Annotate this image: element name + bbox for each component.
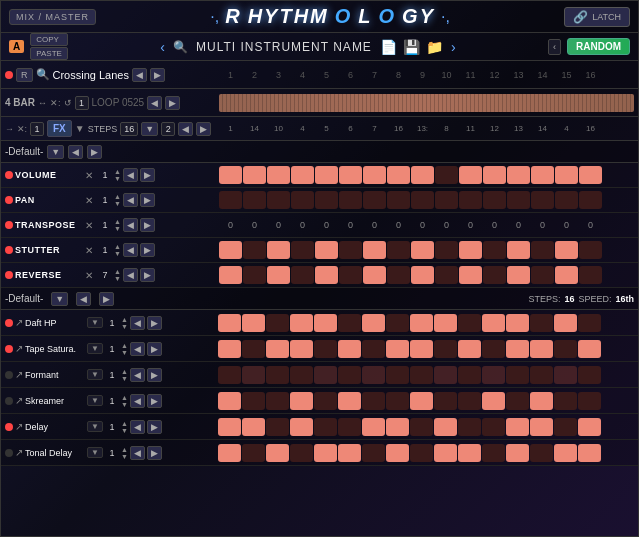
pc-11[interactable] — [459, 191, 482, 209]
toi-10[interactable] — [434, 444, 457, 462]
tn-14[interactable]: 0 — [531, 216, 554, 234]
save-icon[interactable]: 📄 — [380, 39, 397, 55]
paste-button[interactable]: PASTE — [30, 47, 68, 60]
ski-4[interactable] — [290, 392, 313, 410]
ti-13[interactable] — [506, 340, 529, 358]
sc-3[interactable] — [267, 241, 290, 259]
disk-icon[interactable]: 💾 — [403, 39, 420, 55]
delay-prev[interactable]: ◀ — [130, 420, 145, 434]
vc-12[interactable] — [483, 166, 506, 184]
vc-5[interactable] — [315, 166, 338, 184]
daft-down[interactable]: ▼ — [121, 323, 128, 330]
pan-x[interactable]: ✕ — [82, 195, 96, 206]
ski-9[interactable] — [410, 392, 433, 410]
copy-button[interactable]: COPY — [30, 33, 68, 46]
vc-14[interactable] — [531, 166, 554, 184]
vc-13[interactable] — [507, 166, 530, 184]
skreamer-down[interactable]: ▼ — [121, 401, 128, 408]
toi-8[interactable] — [386, 444, 409, 462]
toi-7[interactable] — [362, 444, 385, 462]
fi-11[interactable] — [458, 366, 481, 384]
sc-16[interactable] — [579, 241, 602, 259]
beat-next[interactable]: ▶ — [196, 122, 211, 136]
reverse-x[interactable]: ✕ — [82, 270, 96, 281]
tonal-prev[interactable]: ◀ — [130, 446, 145, 460]
ti-7[interactable] — [362, 340, 385, 358]
mix-master-label[interactable]: MIX / MASTER — [9, 9, 96, 25]
toi-4[interactable] — [290, 444, 313, 462]
stutter-prev[interactable]: ◀ — [123, 243, 138, 257]
rc-11[interactable] — [459, 266, 482, 284]
dli-4[interactable] — [290, 418, 313, 436]
pan-down[interactable]: ▼ — [114, 200, 121, 207]
steps-beat-val2[interactable]: ▼ — [141, 122, 158, 136]
toi-5[interactable] — [314, 444, 337, 462]
ski-14[interactable] — [530, 392, 553, 410]
volume-prev[interactable]: ◀ — [123, 168, 138, 182]
pc-16[interactable] — [579, 191, 602, 209]
daft-next[interactable]: ▶ — [147, 316, 162, 330]
rc-8[interactable] — [387, 266, 410, 284]
instrument-next-icon[interactable]: › — [451, 39, 456, 55]
s2-prev[interactable]: ◀ — [76, 292, 91, 306]
loop-prev[interactable]: ◀ — [147, 96, 162, 110]
di-14[interactable] — [530, 314, 553, 332]
ski-15[interactable] — [554, 392, 577, 410]
rc-5[interactable] — [315, 266, 338, 284]
fi-14[interactable] — [530, 366, 553, 384]
nav-left-button[interactable]: ‹ — [548, 39, 561, 55]
toi-9[interactable] — [410, 444, 433, 462]
tn-8[interactable]: 0 — [387, 216, 410, 234]
tn-4[interactable]: 0 — [291, 216, 314, 234]
pc-8[interactable] — [387, 191, 410, 209]
ski-8[interactable] — [386, 392, 409, 410]
vc-15[interactable] — [555, 166, 578, 184]
toi-14[interactable] — [530, 444, 553, 462]
loop-next[interactable]: ▶ — [165, 96, 180, 110]
beat-prev[interactable]: ◀ — [178, 122, 193, 136]
instrument-prev-icon[interactable]: ‹ — [160, 39, 165, 55]
dli-14[interactable] — [530, 418, 553, 436]
sc-2[interactable] — [243, 241, 266, 259]
s1-next2[interactable]: ▶ — [87, 145, 102, 159]
dli-15[interactable] — [554, 418, 577, 436]
fi-2[interactable] — [242, 366, 265, 384]
fx-button[interactable]: FX — [47, 120, 72, 137]
stutter-up[interactable]: ▲ — [114, 243, 121, 250]
pc-10[interactable] — [435, 191, 458, 209]
toi-2[interactable] — [242, 444, 265, 462]
vc-7[interactable] — [363, 166, 386, 184]
di-15[interactable] — [554, 314, 577, 332]
pc-13[interactable] — [507, 191, 530, 209]
dli-11[interactable] — [458, 418, 481, 436]
tn-10[interactable]: 0 — [435, 216, 458, 234]
tn-1[interactable]: 0 — [219, 216, 242, 234]
tonal-dropdown[interactable]: ▼ — [87, 447, 103, 458]
sc-5[interactable] — [315, 241, 338, 259]
pan-up[interactable]: ▲ — [114, 193, 121, 200]
crossing-r-button[interactable]: R — [16, 68, 33, 82]
s2-dd[interactable]: ▼ — [51, 292, 68, 306]
ski-11[interactable] — [458, 392, 481, 410]
dli-7[interactable] — [362, 418, 385, 436]
expand-button[interactable]: ▼ — [75, 123, 85, 134]
vc-16[interactable] — [579, 166, 602, 184]
pc-9[interactable] — [411, 191, 434, 209]
stutter-down[interactable]: ▼ — [114, 250, 121, 257]
toi-13[interactable] — [506, 444, 529, 462]
ski-10[interactable] — [434, 392, 457, 410]
s1-prev[interactable]: ▼ — [47, 145, 64, 159]
ti-8[interactable] — [386, 340, 409, 358]
volume-x[interactable]: ✕ — [82, 170, 96, 181]
di-10[interactable] — [434, 314, 457, 332]
toi-3[interactable] — [266, 444, 289, 462]
volume-down[interactable]: ▼ — [114, 175, 121, 182]
di-7[interactable] — [362, 314, 385, 332]
rc-2[interactable] — [243, 266, 266, 284]
ski-12[interactable] — [482, 392, 505, 410]
delay-down[interactable]: ▼ — [121, 427, 128, 434]
vc-6[interactable] — [339, 166, 362, 184]
vc-3[interactable] — [267, 166, 290, 184]
pan-next[interactable]: ▶ — [140, 193, 155, 207]
rc-1[interactable] — [219, 266, 242, 284]
